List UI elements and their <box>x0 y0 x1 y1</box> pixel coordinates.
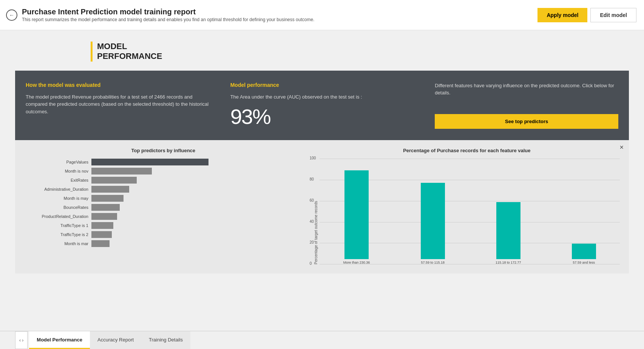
bar-track <box>91 204 120 211</box>
header-title-block: Purchase Intent Prediction model trainin… <box>22 8 314 22</box>
bar-chart: PageValues Month is nov ExitRates Admini… <box>24 159 303 247</box>
grid-line-label: 0 <box>310 261 312 266</box>
main-content: MODELPERFORMANCE How the model was evalu… <box>0 30 644 331</box>
teal-bar-col: More than 230.36 <box>343 170 370 264</box>
section-accent <box>91 42 93 62</box>
bar-label: Administrative_Duration <box>24 187 88 191</box>
bars-group: More than 230.36 57.59 to 115.18 115.18 … <box>320 170 620 264</box>
performance-title: Model performance <box>230 82 414 88</box>
tabs-bar: ‹ › Model PerformanceAccuracy ReportTrai… <box>0 331 644 349</box>
apply-model-button[interactable]: Apply model <box>537 8 587 22</box>
tab-item[interactable]: Model Performance <box>29 331 90 349</box>
tab-item[interactable]: Training Details <box>141 331 190 349</box>
bar-row: Administrative_Duration <box>24 186 303 193</box>
bar-label: Month is mar <box>24 241 88 246</box>
bar-track <box>91 168 152 174</box>
page-title: Purchase Intent Prediction model trainin… <box>22 8 314 16</box>
dark-card: How the model was evaluated The model pr… <box>15 71 629 141</box>
dark-col-evaluation: How the model was evaluated The model pr… <box>15 71 220 141</box>
bar-label: TrafficType is 1 <box>24 223 88 228</box>
teal-bar-label: 57.59 and less <box>573 261 595 264</box>
bar-label: Month is nov <box>24 169 88 173</box>
evaluation-text: The model predicted Revenue probabilitie… <box>26 93 209 116</box>
bar-track <box>91 222 113 229</box>
scroll-nav[interactable]: ‹ › <box>15 331 28 349</box>
bar-track <box>91 186 129 193</box>
teal-bar-label: 115.18 to 172.77 <box>496 261 521 264</box>
grid-line-label: 100 <box>310 156 316 160</box>
teal-bar-col: 57.59 and less <box>572 244 596 264</box>
charts-inner: Top predictors by influence PageValues M… <box>24 148 620 264</box>
bar-row: TrafficType is 2 <box>24 231 303 238</box>
dark-col-performance: Model performance The Area under the cur… <box>220 71 425 141</box>
teal-bar <box>572 244 596 259</box>
tabs-container: Model PerformanceAccuracy ReportTraining… <box>29 331 190 349</box>
right-bars-area: 100806040200 More than 230.36 57.59 to 1… <box>320 159 620 264</box>
back-button[interactable]: ← <box>6 9 17 21</box>
bar-track <box>91 213 117 220</box>
bar-label: ExitRates <box>24 178 88 182</box>
bar-row: TrafficType is 1 <box>24 222 303 229</box>
charts-container: × Top predictors by influence PageValues… <box>15 140 629 273</box>
bar-row: Month is nov <box>24 168 303 174</box>
bar-row: ExitRates <box>24 177 303 184</box>
bar-track <box>91 195 124 202</box>
teal-bar <box>344 170 369 259</box>
right-chart-area: Percentage of target outcome records 100… <box>314 159 620 264</box>
close-charts-button[interactable]: × <box>619 144 624 151</box>
bar-label: ProductRelated_Duration <box>24 214 88 219</box>
teal-bar-col: 57.59 to 115.18 <box>421 183 445 264</box>
header-actions: Apply model Edit model <box>537 8 636 22</box>
bar-track <box>91 231 112 238</box>
header: ← Purchase Intent Prediction model train… <box>0 0 644 30</box>
edit-model-button[interactable]: Edit model <box>590 8 636 22</box>
left-chart: Top predictors by influence PageValues M… <box>24 148 310 264</box>
left-chart-title: Top predictors by influence <box>24 148 303 153</box>
teal-bar <box>421 183 445 259</box>
grid-line: 100 <box>320 159 620 159</box>
auc-value: 93% <box>230 104 414 129</box>
grid-line-label: 40 <box>310 219 314 224</box>
bar-row: Month is mar <box>24 240 303 247</box>
see-top-predictors-button[interactable]: See top predictors <box>435 114 618 129</box>
tab-item[interactable]: Accuracy Report <box>90 331 141 349</box>
right-chart: Percentage of Purchase records for each … <box>310 148 620 264</box>
teal-bar-label: More than 230.36 <box>343 261 370 264</box>
bar-row: BounceRates <box>24 204 303 211</box>
bar-track <box>91 159 208 165</box>
grid-line-label: 80 <box>310 177 314 181</box>
bar-label: PageValues <box>24 160 88 164</box>
bar-label: Month is may <box>24 196 88 201</box>
bar-label: TrafficType is 2 <box>24 232 88 237</box>
teal-bar-label: 57.59 to 115.18 <box>421 261 445 264</box>
performance-text: The Area under the curve (AUC) observed … <box>230 93 414 101</box>
teal-bar <box>496 202 520 259</box>
features-text: Different features have varying influenc… <box>435 82 618 97</box>
bar-track <box>91 177 137 184</box>
page-subtitle: This report summarizes the model perform… <box>22 17 314 22</box>
bar-row: Month is may <box>24 195 303 202</box>
section-header: MODELPERFORMANCE <box>91 42 644 62</box>
dark-col-features: Different features have varying influenc… <box>424 71 629 141</box>
right-chart-title: Percentage of Purchase records for each … <box>314 148 620 153</box>
bar-row: PageValues <box>24 159 303 165</box>
right-chart-inner: 100806040200 More than 230.36 57.59 to 1… <box>320 159 620 264</box>
section-title: MODELPERFORMANCE <box>97 42 162 62</box>
evaluation-title: How the model was evaluated <box>26 82 209 88</box>
bar-label: BounceRates <box>24 205 88 210</box>
y-axis-label: Percentage of target outcome records <box>314 201 318 264</box>
bar-row: ProductRelated_Duration <box>24 213 303 220</box>
bar-track <box>91 240 110 247</box>
teal-bar-col: 115.18 to 172.77 <box>496 202 521 264</box>
grid-line-label: 60 <box>310 198 314 202</box>
header-left: ← Purchase Intent Prediction model train… <box>6 8 314 22</box>
grid-line-label: 20 <box>310 240 314 244</box>
